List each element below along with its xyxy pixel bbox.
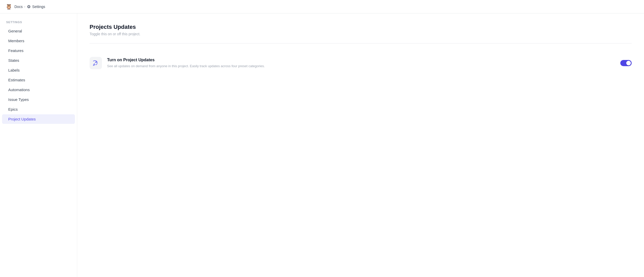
sidebar-item-general[interactable]: General: [2, 26, 75, 36]
project-updates-toggle[interactable]: [620, 60, 632, 66]
sidebar-section-label: SETTINGS: [0, 21, 77, 24]
main-layout: SETTINGS General Members Features States…: [0, 13, 644, 277]
feature-icon-container: [90, 57, 102, 69]
breadcrumb-docs[interactable]: Docs: [14, 5, 23, 9]
topbar: 🦉 Docs › Settings: [0, 0, 644, 13]
gear-icon: [27, 5, 31, 9]
sidebar-item-members[interactable]: Members: [2, 36, 75, 46]
feature-title: Turn on Project Updates: [107, 58, 615, 62]
sidebar-item-states[interactable]: States: [2, 56, 75, 65]
project-updates-card: Turn on Project Updates See all updates …: [90, 52, 632, 74]
settings-label: Settings: [32, 5, 45, 9]
sidebar-item-estimates[interactable]: Estimates: [2, 75, 75, 85]
breadcrumb-separator: ›: [24, 5, 25, 8]
sidebar-item-issue-types[interactable]: Issue Types: [2, 95, 75, 104]
content-area: Projects Updates Toggle this on or off t…: [77, 13, 644, 277]
feature-text: Turn on Project Updates See all updates …: [107, 58, 615, 69]
page-subtitle: Toggle this on or off this project.: [90, 32, 632, 36]
breadcrumb: Docs › Settings: [14, 5, 45, 9]
section-divider: [90, 43, 632, 44]
page-title: Projects Updates: [90, 24, 632, 30]
breadcrumb-settings: Settings: [27, 5, 45, 9]
feature-description: See all updates on demand from anyone in…: [107, 64, 615, 69]
sidebar-item-labels[interactable]: Labels: [2, 65, 75, 75]
sidebar: SETTINGS General Members Features States…: [0, 13, 77, 277]
sidebar-item-epics[interactable]: Epics: [2, 105, 75, 114]
sidebar-item-features[interactable]: Features: [2, 46, 75, 55]
toggle-slider: [620, 60, 632, 66]
rocket-icon: [93, 60, 99, 66]
sidebar-item-project-updates[interactable]: Project Updates: [2, 114, 75, 124]
sidebar-item-automations[interactable]: Automations: [2, 85, 75, 94]
app-logo: 🦉: [5, 3, 12, 10]
